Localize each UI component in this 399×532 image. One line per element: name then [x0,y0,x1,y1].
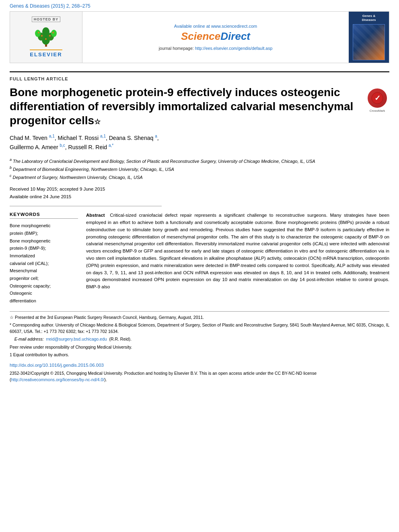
keywords-column: KEYWORDS Bone morphogeneticprotein (BMP)… [10,212,78,305]
affil-c: c Department of Surgery, Northwestern Un… [10,173,389,181]
keyword-6: Osteogenicdifferentiation [10,290,78,304]
page: Genes & Diseases (2015) 2, 268–275 HOSTE… [0,0,399,532]
svg-point-11 [52,32,54,33]
cover-title: Genes &Diseases [362,14,376,23]
abstract-text: Abstract Critical-sized craniofacial def… [86,212,389,291]
article-title-row: Bone morphogenetic protein-9 effectively… [10,85,389,127]
affil-a: a The Laboratory of Craniofacial Develop… [10,157,389,164]
authors: Chad M. Teven a,1, Michael T. Rossi a,1,… [10,133,389,152]
journal-homepage-link[interactable]: http://ees.elsevier.com/gendis/default.a… [195,46,273,51]
elsevier-block: HOSTED BY [10,12,82,63]
footnote-email: E-mail address: rreid@surgery.bsd.uchica… [10,336,389,342]
cover-image [353,24,385,60]
svg-point-7 [41,35,43,37]
thick-divider [10,71,389,72]
footnote-peer-review: Peer review under responsibility of Chon… [10,344,389,350]
keywords-title: KEYWORDS [10,212,78,219]
available-online-url[interactable]: www.sciencedirect.com [211,24,257,29]
elsevier-logo: ELSEVIER [30,25,62,58]
received-date: Received 10 May 2015; accepted 9 June 20… [10,185,389,193]
svg-point-4 [35,30,41,37]
center-header: Available online at www.sciencedirect.co… [82,12,349,63]
crossmark-label: CrossMark [370,109,385,113]
elsevier-tree-icon [33,25,59,48]
keyword-4: Mesenchymalprogenitor cell; [10,267,78,282]
abstract-section: KEYWORDS Bone morphogeneticprotein (BMP)… [10,212,389,305]
journal-homepage: journal homepage: http://ees.elsevier.co… [159,46,273,51]
svg-point-8 [49,35,51,37]
crossmark-icon: ✓ [368,88,387,108]
thin-divider [10,206,162,206]
keyword-1: Bone morphogeneticprotein (BMP); [10,222,78,237]
dates: Received 10 May 2015; accepted 9 June 20… [10,185,389,200]
article-title: Bone morphogenetic protein-9 effectively… [10,85,357,127]
hosted-by-label: HOSTED BY [32,16,61,22]
abstract-column: Abstract Critical-sized craniofacial def… [86,212,389,305]
copyright-text: 2352-3042/Copyright © 2015, Chongqing Me… [10,370,389,383]
abstract-body: Critical-sized craniofacial defect repai… [86,213,389,289]
available-online-text: Available online at www.sciencedirect.co… [174,24,257,29]
affiliations: a The Laboratory of Craniofacial Develop… [10,157,389,181]
svg-point-5 [51,30,57,37]
article-content: FULL LENGTH ARTICLE Bone morphogenetic p… [0,65,399,383]
email-link[interactable]: rreid@surgery.bsd.uchicago.edu [46,337,107,341]
affil-b: b Department of Biomedical Engineering, … [10,165,389,173]
article-type: FULL LENGTH ARTICLE [10,76,389,81]
available-online-date: Available online 24 June 2015 [10,193,389,200]
footnote-star2: * Corresponding author. University of Ch… [10,322,389,335]
keywords-list: Bone morphogeneticprotein (BMP); Bone mo… [10,222,78,305]
crossmark[interactable]: ✓ CrossMark [365,88,389,113]
sciencedirect-logo: ScienceDirect [181,30,250,43]
footnote-star1: ☆ Presented at the 3rd European Plastic … [10,314,389,320]
footnote-equal: 1 Equal contribution by authors. [10,351,389,358]
abstract-label: Abstract [86,213,105,218]
bottom-section: http://dx.doi.org/10.1016/j.gendis.2015.… [10,362,389,383]
keyword-5: Osteogenic capacity; [10,282,78,290]
license-link[interactable]: http://creativecommons.org/licenses/by-n… [11,377,105,382]
svg-point-6 [42,27,49,36]
footnotes: ☆ Presented at the 3rd European Plastic … [10,314,389,358]
keyword-3: Immortalizedcalvarial cell (iCAL); [10,252,78,267]
journal-citation: Genes & Diseases (2015) 2, 268–275 [10,3,389,9]
title-star: ☆ [94,118,101,126]
svg-point-9 [45,38,47,40]
journal-cover: Genes &Diseases [349,12,389,63]
footer-divider [10,311,389,312]
doi-link[interactable]: http://dx.doi.org/10.1016/j.gendis.2015.… [10,363,104,368]
svg-point-10 [38,32,39,33]
svg-text:✓: ✓ [374,94,380,102]
keyword-2: Bone morphogeneticprotein-9 (BMP-9); [10,237,78,252]
header-box: HOSTED BY [10,11,389,63]
elsevier-wordmark: ELSEVIER [30,49,62,58]
top-bar: Genes & Diseases (2015) 2, 268–275 HOSTE… [0,0,399,65]
email-suffix: (R.R. Reid). [109,337,131,341]
